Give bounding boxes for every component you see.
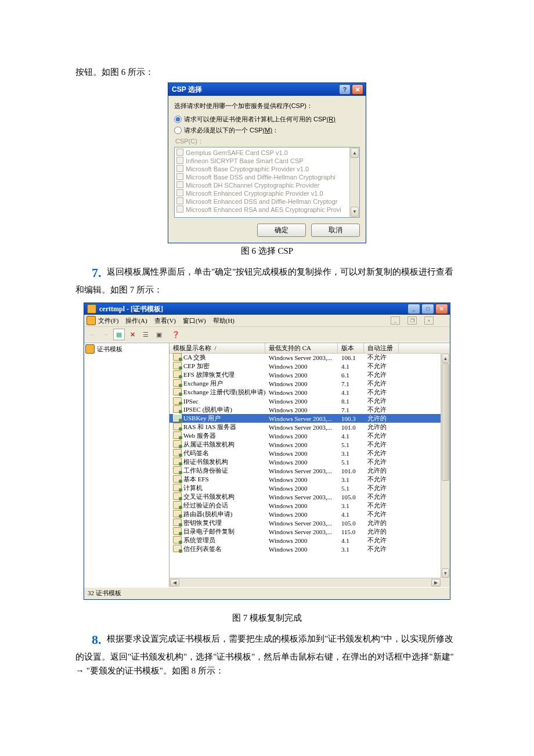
step-8-number: 8. (92, 629, 102, 650)
table-row[interactable]: 代码签名Windows 20003.1不允许 (169, 449, 441, 458)
scroll-left-icon[interactable]: ◀ (170, 579, 179, 586)
template-icon (173, 466, 182, 474)
scrollbar-corner (441, 578, 450, 587)
csp-list-item[interactable]: Microsoft DH SChannel Cryptographic Prov… (176, 181, 358, 189)
scroll-up-icon[interactable]: ▲ (351, 148, 359, 158)
csp-list-item[interactable]: Microsoft Enhanced DSS and Diffie-Hellma… (176, 197, 358, 206)
delete-icon[interactable]: ✕ (127, 329, 138, 340)
table-row[interactable]: Exchange 用户Windows 20007.1不允许 (169, 379, 441, 388)
table-row[interactable]: EFS 故障恢复代理Windows 20006.1不允许 (169, 370, 441, 379)
table-row[interactable]: 密钥恢复代理Windows Server 2003,...105.0允许的 (169, 519, 441, 527)
table-row[interactable]: Web 服务器Windows 20004.1不允许 (169, 431, 441, 440)
template-icon (173, 397, 182, 405)
export-icon[interactable]: ▣ (153, 329, 165, 340)
mdi-restore-icon[interactable]: ❐ (407, 316, 417, 325)
template-icon (173, 449, 182, 456)
radio-any-csp[interactable]: 请求可以使用证书使用者计算机上任何可用的 CSP(R) (174, 115, 360, 124)
properties-icon[interactable]: ☰ (140, 329, 151, 340)
help-icon[interactable]: ? (339, 84, 351, 95)
list-panel: 模板显示名称 / 最低支持的 CA 版本 自动注册 CA 交换Windows S… (169, 343, 450, 587)
scroll-up-icon[interactable]: ▲ (442, 354, 449, 363)
col-min-ca[interactable]: 最低支持的 CA (265, 343, 338, 353)
nav-forward-icon[interactable]: → (100, 329, 111, 340)
tree-node-cert-templates[interactable]: 证书模板 (85, 344, 168, 354)
tree-node-label: 证书模板 (97, 345, 122, 354)
menu-bar: 文件(F) 操作(A) 查看(V) 窗口(W) 帮助(H) _ ❐ × (84, 315, 450, 326)
checkbox-icon[interactable] (176, 157, 183, 164)
mdi-icon (86, 316, 96, 325)
scroll-down-icon[interactable]: ▼ (351, 207, 359, 217)
menu-window[interactable]: 窗口(W) (183, 316, 206, 325)
table-row[interactable]: CA 交换Windows Server 2003,...106.1不允许 (169, 353, 441, 362)
template-icon (173, 370, 182, 378)
template-icon (173, 414, 182, 422)
checkbox-icon[interactable] (176, 206, 183, 213)
help-icon[interactable]: ❓ (170, 329, 182, 340)
table-row[interactable]: USBKey 用户Windows Server 2003,...100.3允许的 (169, 414, 441, 423)
col-version[interactable]: 版本 (338, 343, 364, 353)
table-row[interactable]: 基本 EFSWindows 20003.1不允许 (169, 475, 441, 484)
table-row[interactable]: 经过验证的会话Windows 20003.1不允许 (169, 501, 441, 510)
template-icon (173, 405, 182, 413)
cancel-button[interactable]: 取消 (311, 224, 360, 237)
csp-scrollbar[interactable]: ▲ ▼ (349, 147, 359, 217)
mdi-minimize-icon[interactable]: _ (391, 316, 400, 325)
checkbox-icon[interactable] (176, 189, 183, 196)
scroll-down-icon[interactable]: ▼ (442, 568, 449, 578)
mdi-close-icon[interactable]: × (424, 316, 434, 325)
radio-listed-csp-label: 请求必须是以下的一个 CSP(M)： (184, 126, 279, 135)
step-7-text: 返回模板属性界面后，单击"确定"按钮完成模板的复制操作，可以对新复制的模板进行查… (75, 267, 454, 294)
csp-list-item[interactable]: Microsoft Enhanced RSA and AES Cryptogra… (176, 206, 358, 214)
col-name[interactable]: 模板显示名称 / (169, 343, 265, 353)
up-icon[interactable]: ▦ (113, 329, 125, 340)
vertical-scrollbar[interactable]: ▲ ▼ (441, 353, 450, 578)
table-row[interactable]: 信任列表签名Windows 20003.1不允许 (169, 545, 441, 553)
certtmpl-titlebar[interactable]: certtmpl - [证书模板] _ □ ✕ (84, 303, 450, 315)
table-row[interactable]: 工作站身份验证Windows Server 2003,...101.0允许的 (169, 466, 441, 475)
table-row[interactable]: Exchange 注册代理(脱机申请)Windows 20004.1不允许 (169, 388, 441, 397)
horizontal-scrollbar[interactable]: ◀ ▶ (169, 578, 441, 587)
menu-file[interactable]: 文件(F) (98, 316, 118, 325)
table-row[interactable]: 计算机Windows 20005.1不允许 (169, 484, 441, 492)
checkbox-icon[interactable] (176, 197, 183, 204)
table-row[interactable]: 从属证书颁发机构Windows 20005.1不允许 (169, 440, 441, 449)
table-row[interactable]: 根证书颁发机构Windows 20005.1不允许 (169, 458, 441, 466)
checkbox-icon[interactable] (176, 173, 183, 180)
maximize-icon[interactable]: □ (421, 304, 434, 314)
toolbar: ← → ▦ ✕ ☰ ▣ ❓ (84, 326, 450, 343)
scroll-thumb[interactable] (442, 363, 449, 481)
csp-list-item[interactable]: Infineon SICRYPT Base Smart Card CSP (176, 157, 358, 165)
csp-list-item[interactable]: Microsoft Base DSS and Diffie-Hellman Cr… (176, 173, 358, 181)
close-icon[interactable]: ✕ (435, 304, 448, 314)
csp-list-item[interactable]: Microsoft Enhanced Cryptographic Provide… (176, 189, 358, 197)
minimize-icon[interactable]: _ (407, 304, 420, 314)
scroll-right-icon[interactable]: ▶ (431, 579, 441, 586)
table-row[interactable]: IPSEC (脱机申请)Windows 20007.1不允许 (169, 405, 441, 414)
table-row[interactable]: CEP 加密Windows 20004.1不允许 (169, 362, 441, 370)
radio-listed-csp-input[interactable] (174, 127, 182, 134)
menu-view[interactable]: 查看(V) (154, 316, 176, 325)
radio-listed-csp[interactable]: 请求必须是以下的一个 CSP(M)： (174, 126, 360, 135)
nav-back-icon[interactable]: ← (86, 329, 98, 340)
checkbox-icon[interactable] (176, 165, 183, 172)
table-row[interactable]: RAS 和 IAS 服务器Windows Server 2003,...101.… (169, 423, 441, 431)
col-autoenroll[interactable]: 自动注册 (364, 343, 399, 353)
checkbox-icon[interactable] (176, 149, 183, 156)
template-icon (173, 545, 182, 552)
menu-action[interactable]: 操作(A) (125, 316, 147, 325)
table-row[interactable]: 系统管理员Windows 20004.1不允许 (169, 536, 441, 545)
menu-help[interactable]: 帮助(H) (213, 316, 234, 325)
checkbox-icon[interactable] (176, 181, 183, 188)
step-7-number: 7. (92, 262, 102, 283)
table-row[interactable]: 交叉证书颁发机构Windows Server 2003,...105.0不允许 (169, 492, 441, 501)
radio-any-csp-input[interactable] (174, 116, 182, 123)
ok-button[interactable]: 确定 (257, 224, 306, 237)
template-icon (173, 423, 182, 430)
csp-dialog-titlebar[interactable]: CSP 选择 ? ✕ (168, 83, 366, 96)
csp-list-item[interactable]: Microsoft Base Cryptographic Provider v1… (176, 165, 358, 173)
table-row[interactable]: 路由器(脱机申请)Windows 20004.1不允许 (169, 510, 441, 519)
csp-list-item[interactable]: Gemplus GemSAFE Card CSP v1.0 (176, 149, 358, 157)
table-row[interactable]: 目录电子邮件复制Windows Server 2003,...115.0允许的 (169, 527, 441, 536)
close-icon[interactable]: ✕ (352, 84, 363, 95)
table-row[interactable]: IPSecWindows 20008.1不允许 (169, 397, 441, 405)
